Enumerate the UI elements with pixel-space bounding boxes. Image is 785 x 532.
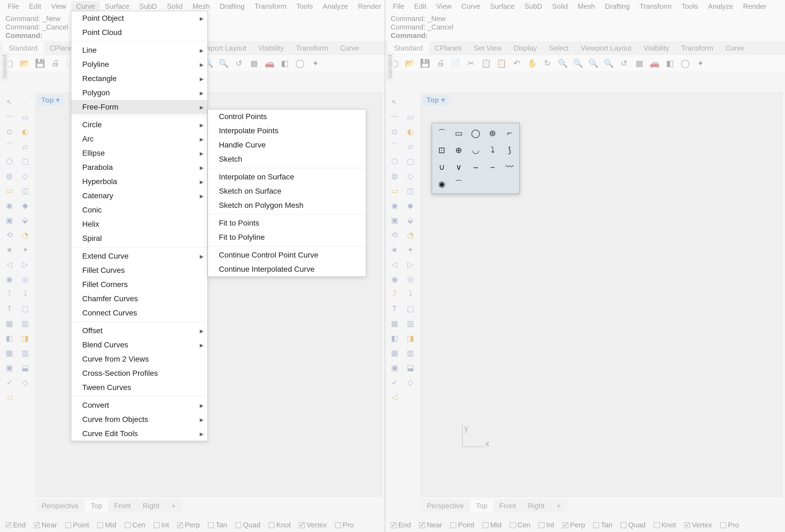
checkbox-icon[interactable]: [510, 522, 516, 528]
menu-analyze[interactable]: Analyze: [318, 1, 353, 12]
htool-icon-11[interactable]: 🔍: [556, 56, 569, 70]
vptab-perspective[interactable]: Perspective: [421, 500, 470, 512]
menuitem-polyline[interactable]: Polyline: [71, 57, 207, 72]
flyout-icon-1[interactable]: ▭: [452, 126, 466, 140]
menuitem-ellipse[interactable]: Ellipse: [71, 146, 207, 160]
osnap-point[interactable]: Point: [65, 521, 89, 529]
vtool-icon-39[interactable]: ◇: [404, 376, 417, 389]
menuitem-tween-curves[interactable]: Tween Curves: [71, 380, 207, 395]
menuitem-continue-interpolated-curve[interactable]: Continue Interpolated Curve: [208, 262, 366, 276]
htool-icon-2[interactable]: 💾: [419, 56, 432, 70]
vtool-icon-16[interactable]: ▣: [388, 214, 401, 227]
osnap-perp[interactable]: Perp: [177, 521, 200, 529]
checkbox-icon[interactable]: [154, 522, 159, 528]
vptab-right[interactable]: Right: [522, 500, 551, 512]
vtool-icon-34[interactable]: ▦: [3, 346, 16, 360]
menu-surface[interactable]: Surface: [485, 1, 520, 12]
menuitem-curve-edit-tools[interactable]: Curve Edit Tools: [71, 427, 207, 441]
vtool-icon-20[interactable]: ★: [388, 243, 401, 256]
tab-visibility[interactable]: Visibility: [252, 42, 289, 55]
menuitem-free-form[interactable]: Free-Form: [71, 100, 207, 114]
menuitem-extend-curve[interactable]: Extend Curve: [71, 249, 207, 263]
htool-icon-12[interactable]: 🔍: [572, 56, 585, 70]
menuitem-circle[interactable]: Circle: [71, 118, 207, 132]
vtool-icon-16[interactable]: ▣: [3, 214, 16, 227]
vtool-icon-15[interactable]: ◆: [19, 199, 32, 212]
menuitem-sketch-on-surface[interactable]: Sketch on Surface: [208, 184, 366, 198]
vtool-icon-11[interactable]: ◇: [19, 169, 32, 182]
htool-icon-17[interactable]: 🚗: [648, 56, 661, 70]
vtool-icon-2[interactable]: 〰: [388, 110, 401, 124]
htool-icon-19[interactable]: ◯: [679, 56, 692, 70]
menu-subd[interactable]: SubD: [134, 1, 162, 12]
menu-solid[interactable]: Solid: [162, 1, 188, 12]
menuitem-hyperbola[interactable]: Hyperbola: [71, 175, 207, 189]
vptab-front[interactable]: Front: [493, 500, 522, 512]
checkbox-icon[interactable]: [208, 522, 214, 528]
checkbox-icon[interactable]: [335, 522, 341, 528]
tab-select[interactable]: Select: [543, 42, 575, 55]
vtool-icon-21[interactable]: ✦: [404, 243, 417, 256]
vtool-icon-8[interactable]: ⬠: [3, 155, 16, 168]
vtool-icon-5[interactable]: ◐: [404, 125, 417, 138]
flyout-icon-7[interactable]: ◡: [469, 143, 483, 157]
menu-view[interactable]: View: [431, 1, 457, 12]
vptab-top[interactable]: Top: [85, 500, 108, 512]
menuitem-chamfer-curves[interactable]: Chamfer Curves: [71, 292, 207, 306]
vtool-icon-17[interactable]: ⬙: [19, 214, 32, 227]
flyout-icon-5[interactable]: ⊡: [435, 143, 449, 157]
checkbox-icon[interactable]: [97, 522, 103, 528]
checkbox-icon[interactable]: [269, 522, 275, 528]
vtool-icon-14[interactable]: ◉: [3, 199, 16, 212]
vtool-icon-19[interactable]: ◔: [404, 228, 417, 241]
osnap-tan[interactable]: Tan: [593, 521, 612, 529]
vtool-icon-33[interactable]: ◨: [19, 331, 32, 345]
checkbox-icon[interactable]: [684, 522, 690, 528]
vtool-icon-23[interactable]: ▷: [19, 258, 32, 271]
vtool-icon-34[interactable]: ▦: [388, 346, 401, 360]
cmd-prompt[interactable]: Command:: [391, 31, 780, 40]
vtool-icon-32[interactable]: ◧: [3, 331, 16, 345]
htool-icon-20[interactable]: ✦: [309, 56, 322, 70]
flyout-icon-16[interactable]: ⌒: [452, 177, 466, 191]
curve-flyout-toolbar[interactable]: ⌒▭◯⊛⌐⊡⊕◡⤵⟆∪∨⌣⌢〰◉⌒: [432, 123, 520, 194]
osnap-tan[interactable]: Tan: [208, 521, 227, 529]
vtool-icon-3[interactable]: ▭: [19, 110, 32, 124]
menuitem-continue-control-point-curve[interactable]: Continue Control Point Curve: [208, 248, 366, 262]
vtool-icon-14[interactable]: ◉: [388, 199, 401, 212]
vtool-icon-27[interactable]: ⤵: [404, 287, 417, 300]
menuitem-fit-to-points[interactable]: Fit to Points: [208, 216, 366, 230]
flyout-icon-9[interactable]: ⟆: [503, 143, 517, 157]
vtool-icon-35[interactable]: ▥: [19, 346, 32, 360]
htool-icon-14[interactable]: 🔍: [602, 56, 615, 70]
tab-standard[interactable]: Standard: [3, 42, 44, 55]
menuitem-control-points[interactable]: Control Points: [208, 109, 366, 124]
menuitem-spiral[interactable]: Spiral: [71, 231, 207, 245]
menu-render[interactable]: Render: [353, 1, 386, 12]
vtool-icon-38[interactable]: ✓: [388, 376, 401, 389]
checkbox-icon[interactable]: [419, 522, 425, 528]
vtool-icon-27[interactable]: ⤵: [19, 287, 32, 300]
tab-display[interactable]: Display: [508, 42, 543, 55]
vtool-icon-36[interactable]: ▣: [3, 361, 16, 374]
vtool-icon-4[interactable]: ⊙: [3, 125, 16, 138]
vtool-icon-10[interactable]: ◍: [3, 169, 16, 182]
menu-view[interactable]: View: [46, 1, 71, 12]
flyout-icon-11[interactable]: ∨: [452, 160, 466, 174]
osnap-point[interactable]: Point: [450, 521, 474, 529]
osnap-mid[interactable]: Mid: [483, 521, 502, 529]
vtool-icon-25[interactable]: ◎: [19, 272, 32, 286]
vtool-icon-25[interactable]: ◎: [404, 272, 417, 286]
osnap-near[interactable]: Near: [419, 521, 442, 529]
vtool-icon-0[interactable]: ↖: [3, 96, 16, 109]
htool-icon-15[interactable]: ↺: [617, 56, 631, 70]
tab-standard[interactable]: Standard: [388, 42, 429, 55]
menuitem-sketch-on-polygon-mesh[interactable]: Sketch on Polygon Mesh: [208, 198, 366, 212]
osnap-cen[interactable]: Cen: [510, 521, 531, 529]
vtool-icon-37[interactable]: ⬓: [19, 361, 32, 374]
vtool-icon-30[interactable]: ▦: [3, 317, 16, 330]
viewport-label[interactable]: Top: [423, 95, 449, 105]
vtool-icon-32[interactable]: ◧: [388, 331, 401, 345]
vptab-right[interactable]: Right: [136, 500, 165, 512]
htool-icon-14[interactable]: 🔍: [217, 56, 230, 70]
